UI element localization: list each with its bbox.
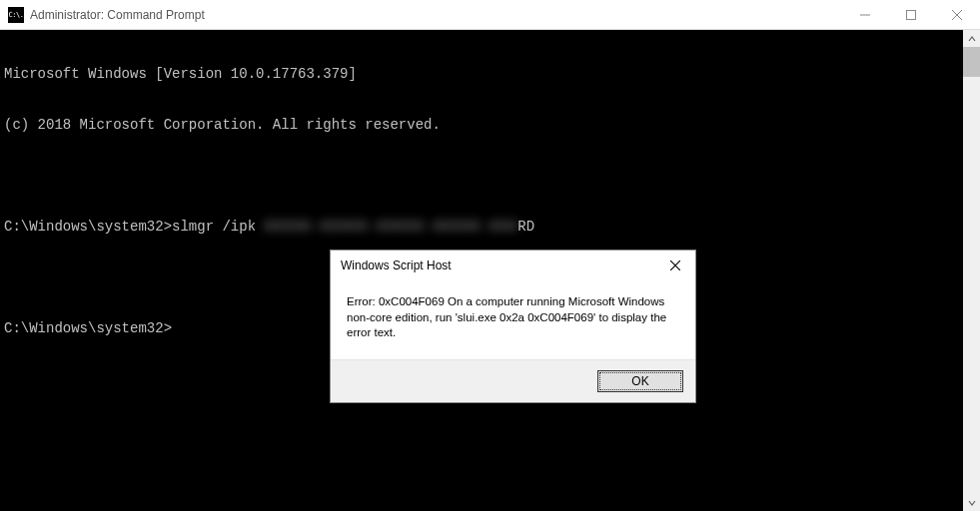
ok-button[interactable]: OK <box>597 370 683 392</box>
window-titlebar: C:\. Administrator: Command Prompt <box>0 0 980 30</box>
console-line: (c) 2018 Microsoft Corporation. All righ… <box>4 117 959 134</box>
dialog-title: Windows Script Host <box>341 258 655 272</box>
window-controls <box>842 0 980 29</box>
console-line: C:\Windows\system32>slmgr /ipk XXXXX-XXX… <box>4 219 959 236</box>
scroll-down-button[interactable] <box>963 494 980 511</box>
close-button[interactable] <box>934 0 980 29</box>
maximize-button[interactable] <box>888 0 934 29</box>
dialog-footer: OK <box>331 359 695 402</box>
svg-rect-1 <box>907 10 916 19</box>
error-dialog: Windows Script Host Error: 0xC004F069 On… <box>330 250 696 403</box>
redacted-key: XXXXX-XXXXX-XXXXX-XXXXX-XXX <box>264 219 517 236</box>
console-line: Microsoft Windows [Version 10.0.17763.37… <box>4 66 959 83</box>
dialog-message: Error: 0xC004F069 On a computer running … <box>331 280 695 359</box>
dialog-close-button[interactable] <box>655 251 695 280</box>
dialog-titlebar[interactable]: Windows Script Host <box>331 251 695 280</box>
vertical-scrollbar[interactable] <box>963 30 980 511</box>
scroll-thumb[interactable] <box>963 47 980 77</box>
scroll-track[interactable] <box>963 47 980 494</box>
cmd-icon: C:\. <box>8 7 24 23</box>
window-title: Administrator: Command Prompt <box>30 8 842 22</box>
scroll-up-button[interactable] <box>963 30 980 47</box>
minimize-button[interactable] <box>842 0 888 29</box>
console-line <box>4 168 959 185</box>
